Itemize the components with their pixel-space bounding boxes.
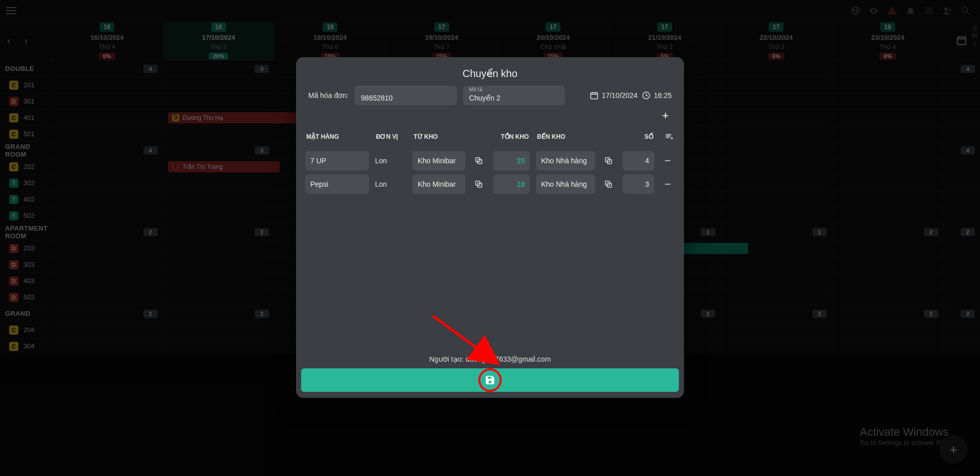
cell-stock: 20 [493, 151, 530, 170]
modal-date-text: 17/10/2024 [602, 91, 638, 99]
cell-unit: Lon [375, 157, 387, 165]
calendar-icon [590, 91, 599, 100]
svg-rect-24 [665, 184, 670, 185]
th-item: MẶT HÀNG [302, 127, 372, 147]
th-qty: SỐ [620, 127, 657, 147]
modal-title: Chuyển kho [296, 57, 684, 86]
modal-time[interactable]: 16:25 [642, 91, 672, 100]
cell-to[interactable]: Kho Nhà hàng [536, 151, 595, 170]
transfer-table: MẶT HÀNG ĐƠN VỊ TỪ KHO TỒN KHO ĐẾN KHO S… [302, 122, 681, 198]
modal-form-row: Mã hóa đơn: Mô tả 17/10/2024 16:25 [296, 86, 684, 105]
invoice-label: Mã hóa đơn: [308, 91, 349, 99]
modal-creator: Người tạo: duongmy7633@gmail.com [296, 346, 684, 366]
svg-rect-10 [591, 93, 598, 99]
modal-time-text: 16:25 [654, 91, 672, 99]
clock-icon [642, 91, 651, 100]
copy-from-icon[interactable] [472, 177, 486, 191]
th-from: TỪ KHO [409, 127, 469, 147]
th-unit: ĐƠN VỊ [372, 127, 410, 147]
cell-item[interactable]: 7 UP [305, 151, 369, 170]
cell-stock: 18 [493, 174, 530, 194]
add-row-button[interactable]: + [662, 110, 669, 121]
invoice-input[interactable] [355, 86, 457, 105]
cell-to[interactable]: Kho Nhà hàng [536, 174, 595, 194]
modal-date[interactable]: 17/10/2024 [590, 91, 638, 100]
cell-from[interactable]: Kho Minibar [412, 151, 465, 170]
copy-from-icon[interactable] [472, 154, 486, 168]
cell-item[interactable]: Pepsi [305, 174, 369, 194]
remove-row-icon[interactable] [660, 154, 675, 168]
svg-rect-19 [665, 160, 670, 161]
transfer-stock-modal: Chuyển kho Mã hóa đơn: Mô tả 17/10/2024 … [296, 57, 684, 398]
desc-input[interactable] [463, 86, 565, 105]
copy-to-icon[interactable] [601, 177, 616, 191]
cell-qty[interactable]: 4 [623, 151, 654, 170]
cell-qty[interactable]: 3 [623, 174, 654, 194]
remove-row-icon[interactable] [660, 177, 675, 191]
th-stock: TỒN KHO [490, 127, 533, 147]
copy-to-icon[interactable] [601, 154, 616, 168]
th-to: ĐẾN KHO [533, 127, 598, 147]
cell-unit: Lon [375, 180, 387, 188]
clear-list-icon[interactable] [662, 130, 676, 144]
table-row: PepsiLonKho Minibar18Kho Nhà hàng3 [302, 174, 681, 194]
cell-from[interactable]: Kho Minibar [412, 174, 465, 194]
save-button[interactable] [301, 368, 679, 392]
save-icon [484, 374, 496, 386]
table-row: 7 UPLonKho Minibar20Kho Nhà hàng4 [302, 151, 681, 170]
modal-overlay[interactable]: Chuyển kho Mã hóa đơn: Mô tả 17/10/2024 … [0, 0, 980, 476]
